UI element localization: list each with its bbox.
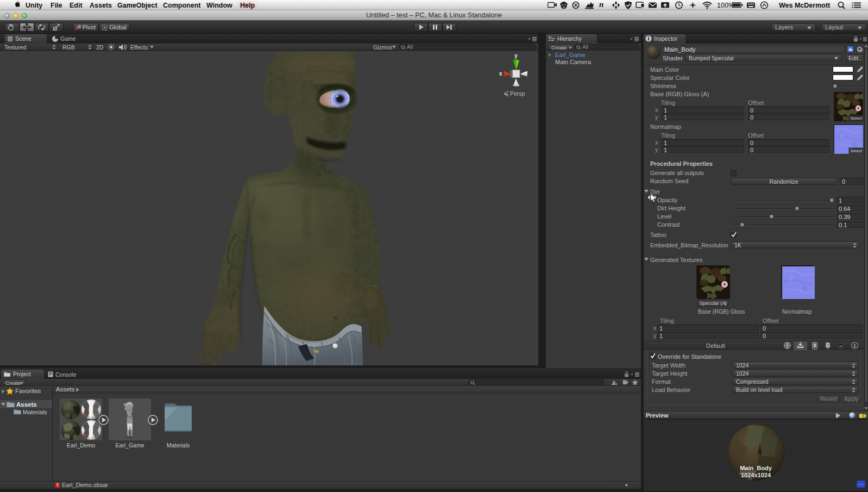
svg-text:Select: Select [850, 148, 863, 153]
svg-text:Select: Select [850, 116, 863, 121]
svg-text:Persp: Persp [510, 90, 525, 97]
svg-text:x: x [499, 71, 502, 77]
svg-text:y: y [514, 53, 518, 59]
svg-text:Fl: Fl [840, 345, 842, 348]
